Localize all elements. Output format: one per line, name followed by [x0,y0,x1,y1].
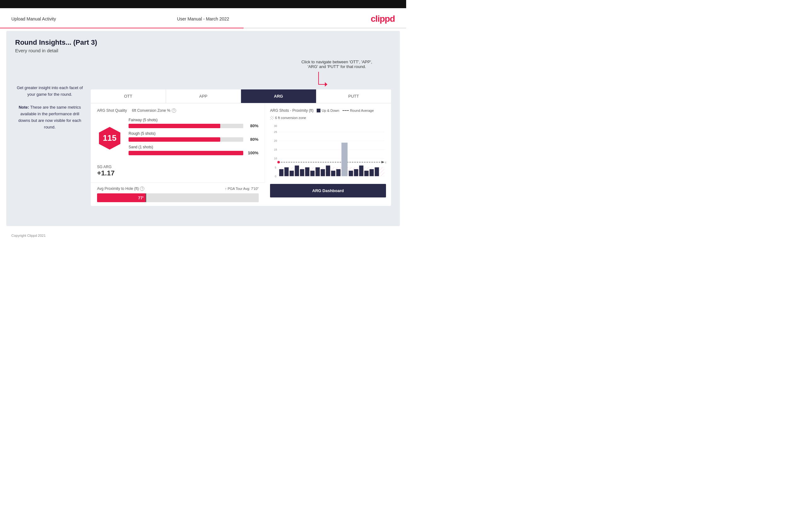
help-icon[interactable]: ? [172,108,176,113]
svg-rect-36 [359,166,364,176]
content-layout: Get greater insight into each facet of y… [15,59,391,206]
clippd-logo: clippd [371,14,395,24]
svg-rect-31 [331,171,336,176]
right-area: Click to navigate between 'OTT', 'APP', … [91,59,391,206]
svg-marker-18 [381,161,385,163]
top-bar [0,0,406,8]
svg-point-20 [277,161,280,163]
bar-label-rough: Rough (5 shots) [129,131,258,136]
card-left: ARG Shot Quality 6ft Conversion Zone % ? [91,103,265,182]
copyright-text: Copyright Clippd 2021 [11,234,46,237]
page-subtitle: Every round in detail [15,48,391,53]
card-left-section: ARG Shot Quality 6ft Conversion Zone % ? [91,103,265,206]
svg-rect-38 [370,169,374,176]
svg-text:20: 20 [274,139,277,142]
tab-putt[interactable]: PUTT [316,90,391,103]
sg-value: +1.17 [97,169,258,177]
chart-area: 0 5 10 15 20 25 30 [270,123,386,180]
legend-updown-box [317,109,320,112]
shot-quality-label: ARG Shot Quality [97,108,127,113]
svg-rect-22 [285,167,289,176]
chart-title: ARG Shots - Proximity (ft) [270,108,313,113]
chart-svg: 0 5 10 15 20 25 30 [270,123,386,180]
sg-label: SG ARG [97,165,258,169]
legend-round-avg-dash [343,110,349,111]
svg-rect-25 [300,169,304,176]
svg-rect-33 [342,143,348,176]
svg-text:0: 0 [275,175,276,178]
bar-pct-rough: 80% [246,137,258,142]
bar-track-rough: 80% [129,137,258,142]
bar-pct-sand: 100% [246,151,258,155]
proximity-cursor [146,193,146,202]
svg-text:30: 30 [274,124,277,127]
hexagon-score: 115 [97,126,122,151]
proximity-label: Avg Proximity to Hole (ft) ? [97,186,144,191]
bar-track-sand: 100% [129,151,258,155]
tab-ott[interactable]: OTT [91,90,166,103]
main-content: Round Insights... (Part 3) Every round i… [6,31,400,226]
svg-rect-39 [375,167,379,176]
proximity-header: Avg Proximity to Hole (ft) ? ↑ PGA Tour … [97,186,259,191]
pga-avg: ↑ PGA Tour Avg: 7'10" [225,187,259,190]
svg-rect-26 [305,167,309,176]
main-card: OTT APP ARG PUTT ARG Shot Quality 6ft Co… [91,90,391,206]
insight-text: Get greater insight into each facet of y… [15,59,85,131]
svg-rect-37 [364,171,369,176]
annotation-area: Click to navigate between 'OTT', 'APP', … [91,59,391,88]
annotation-text: Click to navigate between 'OTT', 'APP', … [301,59,372,69]
card-right: ARG Shots - Proximity (ft) Up & Down Rou… [265,103,391,206]
bar-bg-sand [129,151,243,155]
legend-conversion-box [270,116,274,120]
upload-manual-link[interactable]: Upload Manual Activity [11,16,56,21]
bar-bg-rough [129,137,243,142]
svg-rect-28 [315,167,320,176]
svg-rect-21 [279,169,284,176]
bar-label-sand: Sand (1 shots) [129,145,258,149]
svg-marker-0 [325,82,327,87]
svg-text:15: 15 [274,148,277,151]
svg-rect-35 [354,169,358,176]
arg-dashboard-button[interactable]: ARG Dashboard [270,184,386,198]
svg-rect-24 [295,166,299,176]
proximity-help-icon[interactable]: ? [140,186,144,191]
page-title: Round Insights... (Part 3) [15,39,391,47]
bar-bg-fairway [129,124,243,128]
svg-text:25: 25 [274,130,277,133]
conversion-zone-label: 6ft Conversion Zone % ? [132,108,176,113]
left-panel: Get greater insight into each facet of y… [15,59,85,131]
annotation-arrow [315,70,331,88]
header-divider [0,28,406,29]
bar-row-sand: Sand (1 shots) 100% [129,145,258,155]
bar-fill-sand [129,151,243,155]
section-header: ARG Shot Quality 6ft Conversion Zone % ? [97,108,258,113]
proximity-section: Avg Proximity to Hole (ft) ? ↑ PGA Tour … [91,182,265,206]
hex-score-area: 115 Fairway (5 shots) [97,118,258,158]
svg-rect-30 [326,166,330,176]
proximity-bar-track: 77' [97,193,259,202]
svg-rect-23 [290,171,294,176]
tab-app[interactable]: APP [166,90,241,103]
legend-conversion-zone: 6 ft conversion zone [270,116,306,120]
bar-fill-rough [129,137,220,142]
proximity-bar-fill: 77' [97,193,146,202]
hex-number: 115 [103,133,116,143]
bar-label-fairway: Fairway (5 shots) [129,118,258,122]
proximity-value: 77' [138,195,144,200]
bar-fill-fairway [129,124,220,128]
svg-rect-32 [336,169,341,176]
legend-updown: Up & Down [317,109,339,112]
header-title: User Manual - March 2022 [177,16,230,21]
bar-row-rough: Rough (5 shots) 80% [129,131,258,142]
bar-track-fairway: 80% [129,123,258,128]
bar-pct-fairway: 80% [246,123,258,128]
note-label: Note: [18,105,29,110]
chart-header: ARG Shots - Proximity (ft) Up & Down Rou… [270,108,386,120]
sg-area: SG ARG +1.17 [97,165,258,177]
header: Upload Manual Activity User Manual - Mar… [0,8,406,28]
tabs: OTT APP ARG PUTT [91,90,391,103]
svg-text:8: 8 [385,161,386,164]
svg-rect-27 [310,171,315,176]
tab-arg[interactable]: ARG [241,90,316,103]
legend-round-avg: Round Average [343,109,374,112]
